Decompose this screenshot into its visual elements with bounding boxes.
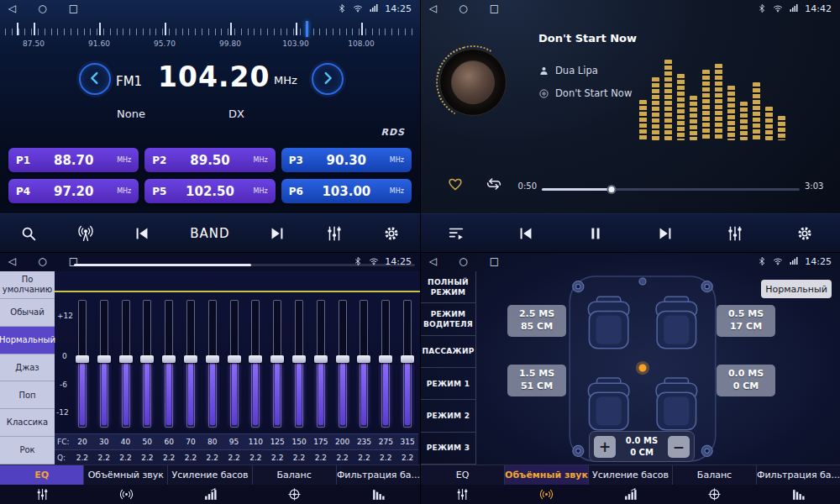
recents-icon[interactable]: □ [69, 0, 78, 17]
mode-1[interactable]: РЕЖИМ 1 [421, 368, 475, 400]
eq-band-slider[interactable] [115, 297, 137, 431]
eq-preset-classic[interactable]: Классика [0, 409, 55, 437]
eq-slider-knob[interactable] [97, 355, 111, 363]
station-broadcast-icon[interactable] [76, 224, 95, 243]
eq-scrollbar[interactable] [74, 264, 415, 266]
eq-slider-knob[interactable] [401, 355, 414, 363]
eq-band-slider[interactable] [375, 297, 396, 431]
dx-mode-label[interactable]: DX [228, 108, 244, 120]
eq-slider-knob[interactable] [314, 355, 328, 363]
eq-band-slider[interactable] [354, 297, 375, 431]
preset-button-p2[interactable]: P2 89.50 MHz [144, 148, 275, 172]
eq-slider-knob[interactable] [76, 355, 89, 363]
home-icon[interactable]: ○ [38, 0, 46, 17]
favorite-heart-icon[interactable] [446, 175, 465, 193]
eq-preset-default[interactable]: По умолчанию [0, 271, 55, 299]
balance-icon[interactable] [252, 485, 336, 504]
tune-down-button[interactable] [79, 63, 111, 95]
surround-sound-icon[interactable] [505, 485, 589, 504]
recents-icon[interactable]: □ [490, 253, 499, 270]
increase-delay-button[interactable]: + [594, 436, 616, 458]
eq-slider-knob[interactable] [140, 355, 154, 363]
eq-band-slider[interactable] [245, 297, 267, 431]
eq-slider-knob[interactable] [249, 355, 262, 363]
preset-button-p5[interactable]: P5 102.50 MHz [144, 179, 275, 203]
eq-slider-knob[interactable] [119, 355, 133, 363]
back-icon[interactable]: ◁ [429, 253, 437, 270]
decrease-delay-button[interactable]: − [668, 436, 690, 458]
eq-slider-knob[interactable] [379, 355, 392, 363]
eq-band-slider[interactable] [396, 297, 418, 431]
eq-slider-knob[interactable] [270, 355, 284, 363]
progress-knob[interactable] [606, 185, 616, 194]
eq-band-slider[interactable] [93, 297, 115, 431]
eq-preset-custom[interactable]: Обычай [0, 299, 55, 327]
tab-bass-boost[interactable]: Усиление басов [589, 465, 673, 485]
eq-preset-normal[interactable]: Нормальный [0, 327, 55, 354]
front-right-delay-button[interactable]: 0.5 MS 17 CM [717, 305, 775, 337]
eq-slider-knob[interactable] [228, 355, 241, 363]
eq-band-slider[interactable] [158, 297, 180, 431]
eq-slider-knob[interactable] [206, 355, 219, 363]
bass-boost-icon[interactable] [168, 485, 252, 504]
eq-slider-knob[interactable] [357, 355, 370, 363]
eq-scrollbar-thumb[interactable] [74, 264, 251, 266]
bass-boost-icon[interactable] [589, 485, 673, 504]
tab-bass-boost[interactable]: Усиление басов [168, 465, 252, 485]
eq-preset-jazz[interactable]: Джаз [0, 354, 55, 382]
tuner-sliders-icon[interactable] [325, 224, 344, 243]
mode-2[interactable]: РЕЖИМ 2 [421, 400, 475, 432]
home-icon[interactable]: ○ [459, 0, 467, 17]
preset-button-p3[interactable]: P3 90.30 MHz [281, 148, 412, 172]
scan-search-icon[interactable] [19, 224, 38, 243]
recents-icon[interactable]: □ [69, 253, 78, 270]
back-icon[interactable]: ◁ [8, 253, 16, 270]
front-left-delay-button[interactable]: 2.5 MS 85 CM [507, 305, 566, 337]
back-icon[interactable]: ◁ [8, 0, 16, 17]
eq-band-slider[interactable] [223, 297, 245, 431]
tab-balance[interactable]: Баланс [673, 465, 757, 485]
tab-eq[interactable]: EQ [421, 465, 505, 485]
eq-band-slider[interactable] [180, 297, 202, 431]
tab-surround[interactable]: Объёмный звук [505, 465, 589, 485]
progress-bar[interactable] [542, 188, 800, 191]
eq-band-slider[interactable] [288, 297, 310, 431]
preset-button-p6[interactable]: P6 103.00 MHz [281, 179, 412, 203]
eq-preset-rock[interactable]: Рок [0, 437, 55, 465]
eq-band-slider[interactable] [202, 297, 223, 431]
sound-profile-button[interactable]: Нормальный [761, 280, 832, 298]
eq-band-slider[interactable] [71, 297, 93, 431]
eq-slider-knob[interactable] [184, 355, 197, 363]
eq-sliders-icon[interactable] [726, 224, 744, 243]
tab-balance[interactable]: Баланс [253, 465, 337, 485]
mode-3[interactable]: РЕЖИМ 3 [421, 433, 475, 465]
tab-eq[interactable]: EQ [0, 465, 84, 485]
home-icon[interactable]: ○ [38, 253, 46, 270]
frequency-ruler[interactable] [5, 21, 415, 38]
mode-passenger[interactable]: ПАССАЖИР [421, 336, 475, 368]
back-icon[interactable]: ◁ [429, 0, 437, 17]
bass-filter-icon[interactable] [756, 485, 840, 504]
settings-gear-icon[interactable] [382, 224, 401, 243]
pause-icon[interactable] [586, 224, 605, 243]
rear-left-delay-button[interactable]: 1.5 MS 51 CM [507, 365, 566, 396]
next-station-icon[interactable] [268, 224, 286, 243]
eq-band-slider[interactable] [266, 297, 288, 431]
eq-preset-pop[interactable]: Поп [0, 381, 55, 409]
settings-gear-icon[interactable] [795, 224, 814, 243]
band-button[interactable]: BAND [190, 226, 229, 241]
mode-driver[interactable]: РЕЖИМ ВОДИТЕЛЯ [421, 303, 475, 335]
previous-track-icon[interactable] [517, 224, 535, 243]
next-track-icon[interactable] [656, 224, 675, 243]
rear-right-delay-button[interactable]: 0.0 MS 0 CM [717, 365, 775, 396]
mode-full[interactable]: ПОЛНЫЙ РЕЖИМ [421, 271, 475, 303]
eq-band-slider[interactable] [310, 297, 332, 431]
preset-button-p4[interactable]: P4 97.20 MHz [8, 179, 139, 203]
home-icon[interactable]: ○ [459, 253, 467, 270]
previous-station-icon[interactable] [133, 224, 151, 243]
preset-button-p1[interactable]: P1 88.70 MHz [8, 148, 139, 172]
tab-bass-filter[interactable]: Фильтрация ба... [337, 465, 420, 485]
playlist-icon[interactable] [447, 224, 465, 243]
tab-surround[interactable]: Объёмный звук [84, 465, 168, 485]
tab-bass-filter[interactable]: Фильтрация ба... [757, 465, 840, 485]
